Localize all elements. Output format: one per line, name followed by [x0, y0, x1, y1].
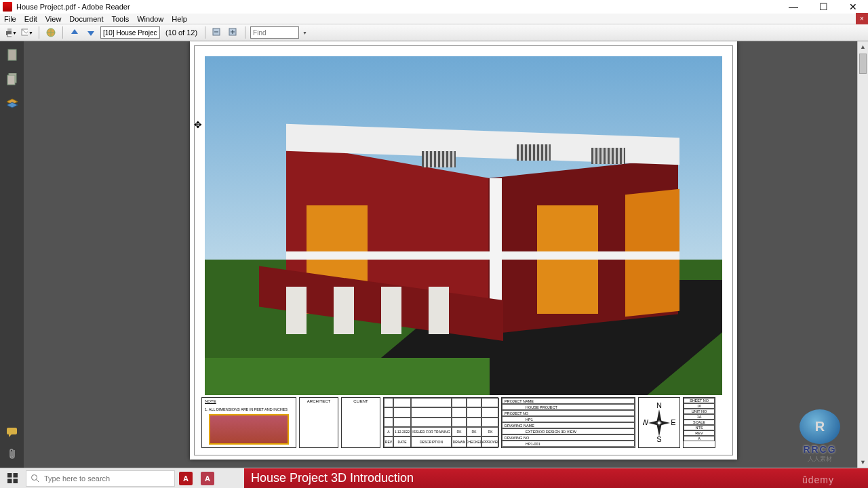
taskbar-adobe-reader[interactable]: A: [175, 468, 197, 488]
taskbar-autocad[interactable]: A: [197, 468, 218, 488]
scroll-down-button[interactable]: ▼: [858, 457, 868, 468]
svg-rect-30: [7, 479, 12, 484]
taskbar-search[interactable]: Type here to search: [26, 470, 175, 487]
attachments-panel-button[interactable]: [5, 447, 19, 461]
svg-text:A: A: [183, 474, 189, 483]
svg-rect-14: [7, 75, 15, 85]
menu-view[interactable]: View: [45, 15, 62, 23]
menu-file[interactable]: File: [4, 15, 16, 23]
start-button[interactable]: [0, 468, 24, 488]
svg-marker-16: [7, 102, 18, 108]
rev-val: RK: [452, 427, 467, 436]
document-viewport[interactable]: NOTE 1. ALL DIMENSIONS ARE IN FEET AND I…: [24, 41, 868, 468]
page-down-button[interactable]: [84, 26, 98, 39]
menu-document[interactable]: Document: [69, 15, 103, 23]
pages-panel-button-2[interactable]: [5, 73, 19, 86]
print-button[interactable]: ▼: [4, 26, 18, 39]
window-maximize-button[interactable]: ☐: [808, 0, 838, 14]
scroll-thumb[interactable]: [859, 54, 867, 74]
architect-label: ARCHITECT: [307, 399, 330, 403]
pages-panel-button[interactable]: [5, 48, 19, 62]
window-title: House Project.pdf - Adobe Reader: [16, 3, 778, 11]
proj-key: PROJECT NO: [502, 410, 635, 416]
paperclip-icon: [7, 448, 17, 460]
autocad-icon: A: [201, 472, 214, 485]
collaborate-button[interactable]: [44, 26, 58, 39]
svg-rect-12: [8, 49, 16, 60]
email-button[interactable]: ▼: [20, 26, 34, 39]
proj-key: PROJECT NAME: [502, 398, 635, 404]
rev-val: 1.12.2022: [393, 427, 411, 436]
pdf-page: NOTE 1. ALL DIMENSIONS ARE IN FEET AND I…: [190, 41, 737, 460]
rev-col: REV: [384, 436, 393, 447]
svg-text:E: E: [671, 418, 675, 426]
window-titlebar: House Project.pdf - Adobe Reader — ☐ ✕: [0, 0, 868, 14]
chevron-down-icon: ▼: [12, 30, 17, 35]
toolbar-separator: [62, 26, 63, 39]
layers-panel-button[interactable]: [5, 97, 19, 110]
proj-key: DRAWING NAME: [502, 422, 635, 428]
sheet-val: 1A: [684, 414, 715, 420]
comment-icon: [6, 427, 18, 438]
comments-panel-button[interactable]: [5, 426, 19, 439]
document-close-button[interactable]: ×: [856, 13, 868, 25]
menu-edit[interactable]: Edit: [24, 15, 37, 23]
architect-cell: ARCHITECT: [299, 397, 338, 448]
page-border: NOTE 1. ALL DIMENSIONS ARE IN FEET AND I…: [194, 45, 733, 455]
svg-marker-5: [71, 29, 78, 34]
note-thumbnail: [209, 414, 289, 445]
toolbar-separator: [205, 26, 205, 39]
window-minimize-button[interactable]: —: [778, 0, 808, 14]
windows-taskbar: Type here to search A A House Project 3D…: [0, 468, 868, 488]
sheet-key: SHEET NO: [684, 398, 715, 403]
menu-window[interactable]: Window: [137, 15, 163, 23]
revision-table: A 1.12.2022 ISSUED FOR TRAINING RK RK RK…: [383, 397, 498, 448]
zoom-out-icon: [212, 27, 222, 38]
page-number-input[interactable]: [100, 26, 160, 39]
window-close-button[interactable]: ✕: [838, 0, 868, 14]
toolbar-separator: [245, 26, 245, 39]
proj-val: HP1: [502, 416, 635, 422]
svg-point-32: [32, 474, 37, 480]
page-up-button[interactable]: [68, 26, 81, 39]
find-input[interactable]: [250, 26, 299, 39]
svg-rect-2: [7, 34, 12, 37]
vertical-scrollbar[interactable]: ▲ ▼: [857, 41, 868, 468]
zoom-out-button[interactable]: [210, 26, 224, 39]
zoom-in-icon: [228, 27, 239, 38]
svg-rect-28: [7, 473, 12, 478]
menu-help[interactable]: Help: [172, 15, 187, 23]
menu-tools[interactable]: Tools: [112, 15, 130, 23]
svg-line-33: [37, 479, 39, 482]
rev-val: ISSUED FOR TRAINING: [411, 427, 452, 436]
proj-val: HOUSE PROJECT: [502, 404, 635, 410]
page-thumbnails-icon: [7, 49, 18, 61]
udemy-watermark: ûdemy: [802, 474, 834, 485]
chevron-down-icon: ▼: [28, 30, 33, 35]
sheet-val: A: [684, 436, 715, 441]
rev-col: APPROVED: [481, 436, 499, 447]
search-icon: [31, 474, 40, 483]
svg-marker-6: [87, 31, 94, 36]
svg-rect-29: [13, 473, 18, 478]
sheet-val: NTS: [684, 425, 715, 430]
rev-val: RK: [467, 427, 481, 436]
scroll-up-button[interactable]: ▲: [858, 41, 868, 52]
client-label: CLIENT: [353, 399, 368, 403]
zoom-in-button[interactable]: [226, 26, 240, 39]
client-cell: CLIENT: [341, 397, 380, 448]
project-info: PROJECT NAME HOUSE PROJECT PROJECT NO HP…: [501, 397, 635, 448]
chevron-down-icon: ▼: [302, 30, 307, 35]
proj-val: HP1-001: [502, 441, 635, 447]
proj-val: EXTERIOR DESIGN 3D VIEW: [502, 428, 635, 434]
sheet-key: UNIT NO: [684, 409, 715, 414]
title-block: NOTE 1. ALL DIMENSIONS ARE IN FEET AND I…: [201, 397, 726, 448]
workspace: NOTE 1. ALL DIMENSIONS ARE IN FEET AND I…: [0, 41, 868, 468]
svg-marker-18: [9, 434, 12, 437]
printer-icon: [5, 27, 12, 38]
compass-icon: N E S W: [643, 403, 675, 443]
adobe-reader-icon: [3, 2, 12, 12]
sheet-val: 10: [684, 403, 715, 409]
page-stack-icon: [7, 73, 18, 85]
globe-icon: [45, 27, 56, 38]
